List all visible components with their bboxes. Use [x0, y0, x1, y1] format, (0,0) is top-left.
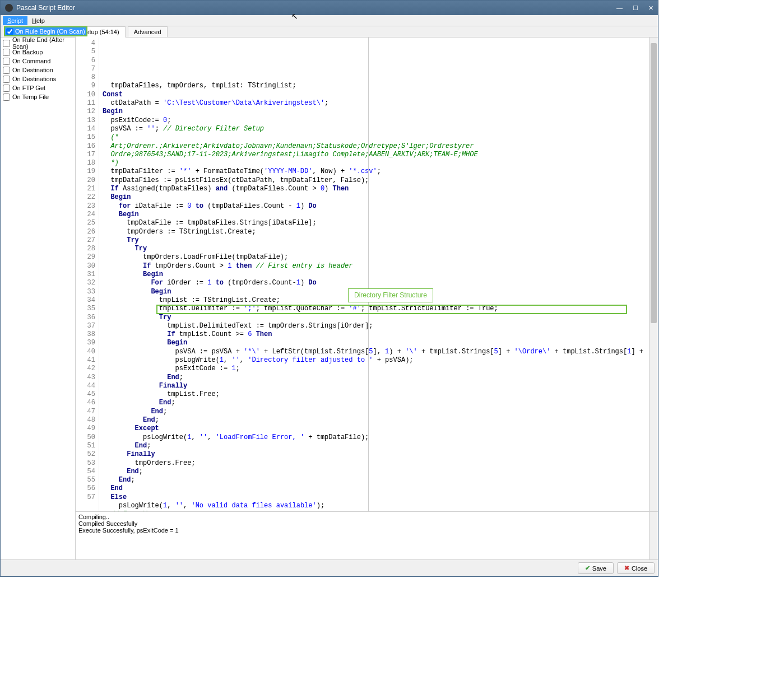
vertical-scrollbar[interactable] — [649, 38, 658, 511]
code-line[interactable]: psLogWrite(1, '', 'LoadFromFile Error, '… — [103, 433, 649, 442]
code-line[interactable]: If tmpList.Count >= 6 Then — [103, 330, 649, 339]
scrollbar-thumb[interactable] — [651, 43, 657, 323]
app-icon — [5, 4, 13, 12]
tab-bar: On Rule Begin (On Scan) Setup (54:14) Ad… — [1, 26, 658, 38]
callout-directory-filter: Directory Filter Structure — [348, 288, 433, 302]
sidebar-item[interactable]: On Command — [3, 57, 73, 66]
code-line[interactable]: End; — [103, 476, 649, 484]
sidebar-checkbox[interactable] — [3, 76, 10, 83]
sidebar-checkbox[interactable] — [3, 67, 10, 74]
sidebar-item-label: On Destinations — [12, 76, 56, 82]
code-line[interactable]: End; — [103, 408, 649, 416]
sidebar-checkbox[interactable] — [3, 40, 10, 47]
code-line[interactable]: for iDataFile := 0 to (tmpDataFiles.Coun… — [103, 202, 649, 211]
sidebar-item[interactable]: On Rule End (After Scan) — [3, 39, 73, 48]
code-line[interactable]: End; — [103, 399, 649, 407]
sidebar-item[interactable]: On Destination — [3, 66, 73, 74]
code-line[interactable]: Art;Ordrenr.;Arkiveret;Arkivdato;Jobnavn… — [103, 142, 649, 151]
code-line[interactable]: tmpDataFiles, tmpOrders, tmpList: TStrin… — [103, 82, 649, 90]
code-line[interactable]: Try — [103, 245, 649, 253]
menu-help[interactable]: Help — [27, 16, 49, 25]
code-line[interactable]: psVSA := psVSA + '*\' + LeftStr(tmpList.… — [103, 348, 649, 356]
app-window: Pascal Script Editor — ☐ ✕ ↖ Script Help… — [0, 0, 658, 577]
code-line[interactable]: End; — [103, 468, 649, 476]
sidebar-checkbox[interactable] — [3, 85, 10, 92]
code-line[interactable]: tmpOrders.LoadFromFile(tmpDataFile); — [103, 253, 649, 262]
code-line[interactable]: tmpOrders.Free; — [103, 459, 649, 468]
sidebar-item-label: On FTP Get — [12, 85, 45, 91]
code-line[interactable]: psExitCode:= 0; — [103, 116, 649, 125]
sidebar-checkbox[interactable] — [3, 94, 10, 101]
code-line[interactable]: For iOrder := 1 to (tmpOrders.Count-1) D… — [103, 279, 649, 287]
print-margin — [368, 38, 369, 511]
sidebar: On Rule End (After Scan)On BackupOn Comm… — [1, 38, 76, 559]
code-line[interactable]: End; — [103, 442, 649, 450]
tab-on-rule-begin[interactable]: On Rule Begin (On Scan) — [4, 26, 87, 36]
code-line[interactable]: psLogWrite(1, '', 'No valid data files a… — [103, 502, 649, 510]
menubar: Script Help — [1, 15, 658, 26]
code-line[interactable]: Finally — [103, 450, 649, 459]
code-line[interactable]: tmpList.DelimitedText := tmpOrders.Strin… — [103, 322, 649, 330]
code-line[interactable]: Try — [103, 236, 649, 245]
console-line: Compiled Succesfully — [78, 520, 655, 527]
code-line[interactable]: Begin — [103, 193, 649, 202]
code-line[interactable]: ctDataPath = 'C:\Test\Customer\Data\Arki… — [103, 99, 649, 108]
code-line[interactable]: tmpDataFilter := '*' + FormatDateTime('Y… — [103, 167, 649, 176]
close-button[interactable]: ✖Close — [617, 562, 655, 574]
footer: ✔Save ✖Close — [1, 559, 658, 576]
code-line[interactable]: (* — [103, 133, 649, 142]
close-icon: ✖ — [624, 564, 629, 572]
code-editor[interactable]: 4567891011121314151617181920212223242526… — [76, 38, 658, 511]
minimize-button[interactable]: — — [616, 4, 623, 12]
sidebar-item-label: On Backup — [12, 49, 43, 55]
console-line: Compiling.. — [78, 514, 655, 520]
sidebar-item[interactable]: On Temp File — [3, 92, 73, 101]
code-line[interactable]: *) — [103, 159, 649, 167]
code-line[interactable]: tmpOrders := TStringList.Create; — [103, 228, 649, 236]
close-window-button[interactable]: ✕ — [648, 4, 653, 12]
highlighted-line-box — [156, 305, 627, 314]
line-gutter: 4567891011121314151617181920212223242526… — [76, 38, 99, 511]
code-line[interactable]: Else — [103, 493, 649, 502]
output-console[interactable]: Compiling.. Compiled Succesfully Execute… — [76, 511, 658, 559]
code-line[interactable]: If Assigned(tmpDataFiles) and (tmpDataFi… — [103, 185, 649, 193]
tab-on-rule-begin-checkbox[interactable] — [6, 28, 13, 35]
sidebar-checkbox[interactable] — [3, 58, 10, 65]
menu-script[interactable]: Script — [3, 16, 27, 25]
code-line[interactable]: End — [103, 484, 649, 493]
sidebar-checkbox[interactable] — [3, 49, 10, 56]
sidebar-item-label: On Rule End (After Scan) — [12, 36, 73, 50]
code-line[interactable]: tmpDataFile := tmpDataFiles.Strings[iDat… — [103, 219, 649, 227]
code-line[interactable]: Const — [103, 91, 649, 99]
sidebar-item-label: On Command — [12, 58, 50, 64]
code-line[interactable]: Ordre;9876543;SAND;17-11-2023;Arkivering… — [103, 151, 649, 159]
code-line[interactable]: End; — [103, 374, 649, 382]
code-line[interactable]: psExitCode := 1; — [103, 365, 649, 373]
code-line[interactable]: psVSA := ''; // Directory Filter Setup — [103, 125, 649, 133]
code-line[interactable]: Except — [103, 424, 649, 433]
sidebar-item[interactable]: On FTP Get — [3, 83, 73, 92]
code-line[interactable]: End; — [103, 416, 649, 424]
code-area[interactable]: Directory Filter Structure tmpDataFiles,… — [99, 38, 649, 511]
sidebar-item[interactable]: On Destinations — [3, 74, 73, 83]
sidebar-item-label: On Temp File — [12, 94, 49, 100]
code-line[interactable]: Try — [103, 314, 649, 322]
tab-advanced[interactable]: Advanced — [128, 26, 168, 37]
save-button[interactable]: ✔Save — [578, 562, 614, 574]
code-line[interactable]: Begin — [103, 270, 649, 279]
sidebar-item-label: On Destination — [12, 67, 53, 73]
code-line[interactable]: tmpList.Free; — [103, 390, 649, 399]
console-line: Execute Succesfully, psExitCode = 1 — [78, 527, 655, 534]
window-title: Pascal Script Editor — [16, 4, 616, 12]
code-line[interactable]: Begin — [103, 108, 649, 116]
console-scrollbar[interactable] — [649, 512, 658, 559]
maximize-button[interactable]: ☐ — [633, 4, 638, 12]
code-line[interactable]: Begin — [103, 211, 649, 219]
code-line[interactable]: tmpDataFiles := psListFilesEx(ctDataPath… — [103, 176, 649, 185]
titlebar[interactable]: Pascal Script Editor — ☐ ✕ ↖ — [1, 1, 658, 15]
code-line[interactable]: Begin — [103, 339, 649, 347]
code-line[interactable]: Finally — [103, 382, 649, 390]
tab-on-rule-begin-label: On Rule Begin (On Scan) — [15, 28, 85, 35]
code-line[interactable]: psLogWrite(1, '', 'Directory filter adju… — [103, 356, 649, 365]
code-line[interactable]: If tmpOrders.Count > 1 then // First ent… — [103, 262, 649, 270]
